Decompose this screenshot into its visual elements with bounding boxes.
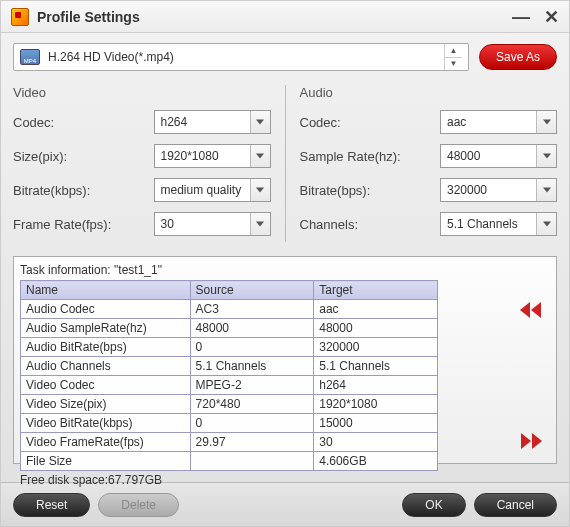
table-cell: 4.606GB xyxy=(314,452,438,471)
audio-bitrate-select[interactable]: 320000 xyxy=(440,178,557,202)
table-row[interactable]: Audio BitRate(bps)0320000 xyxy=(21,338,438,357)
audio-bitrate-label: Bitrate(bps): xyxy=(300,183,441,198)
free-disk-space: Free disk space:67.797GB xyxy=(20,473,550,487)
table-cell: 30 xyxy=(314,433,438,452)
table-row[interactable]: File Size4.606GB xyxy=(21,452,438,471)
task-table: Name Source Target Audio CodecAC3aacAudi… xyxy=(20,280,438,471)
table-cell: Audio Codec xyxy=(21,300,191,319)
table-row[interactable]: Video Size(pix)720*4801920*1080 xyxy=(21,395,438,414)
audio-channels-label: Channels: xyxy=(300,217,441,232)
table-cell: AC3 xyxy=(190,300,314,319)
app-icon xyxy=(11,8,29,26)
col-name: Name xyxy=(21,281,191,300)
table-cell: 0 xyxy=(190,338,314,357)
delete-button: Delete xyxy=(98,493,179,517)
video-codec-select[interactable]: h264 xyxy=(154,110,271,134)
chevron-down-icon xyxy=(250,111,270,133)
format-label: H.264 HD Video(*.mp4) xyxy=(48,50,174,64)
table-cell: 48000 xyxy=(190,319,314,338)
table-row[interactable]: Video CodecMPEG-2h264 xyxy=(21,376,438,395)
col-source: Source xyxy=(190,281,314,300)
chevron-down-icon xyxy=(536,111,556,133)
table-cell: 0 xyxy=(190,414,314,433)
chevron-down-icon xyxy=(250,213,270,235)
table-cell: MPEG-2 xyxy=(190,376,314,395)
table-cell: Video FrameRate(fps) xyxy=(21,433,191,452)
footer: Reset Delete OK Cancel xyxy=(1,482,569,526)
table-cell: 29.97 xyxy=(190,433,314,452)
ok-button[interactable]: OK xyxy=(402,493,465,517)
chevron-down-icon xyxy=(250,179,270,201)
video-size-select[interactable]: 1920*1080 xyxy=(154,144,271,168)
video-framerate-select[interactable]: 30 xyxy=(154,212,271,236)
task-info-panel: Task information: "test1_1" Name Source … xyxy=(13,256,557,464)
close-button[interactable]: ✕ xyxy=(544,8,559,26)
chevron-down-icon xyxy=(536,145,556,167)
video-bitrate-select[interactable]: medium quality xyxy=(154,178,271,202)
video-codec-label: Codec: xyxy=(13,115,154,130)
next-task-button[interactable] xyxy=(518,431,544,451)
table-cell: h264 xyxy=(314,376,438,395)
audio-channels-select[interactable]: 5.1 Channels xyxy=(440,212,557,236)
audio-codec-label: Codec: xyxy=(300,115,441,130)
table-row[interactable]: Video FrameRate(fps)29.9730 xyxy=(21,433,438,452)
rewind-icon xyxy=(520,302,542,318)
video-framerate-label: Frame Rate(fps): xyxy=(13,217,154,232)
table-cell: Audio Channels xyxy=(21,357,191,376)
table-cell: File Size xyxy=(21,452,191,471)
minimize-button[interactable]: — xyxy=(512,8,530,26)
titlebar: Profile Settings — ✕ xyxy=(1,1,569,33)
table-cell: 5.1 Channels xyxy=(190,357,314,376)
col-target: Target xyxy=(314,281,438,300)
audio-samplerate-label: Sample Rate(hz): xyxy=(300,149,441,164)
table-cell: 320000 xyxy=(314,338,438,357)
table-row[interactable]: Audio SampleRate(hz)4800048000 xyxy=(21,319,438,338)
cancel-button[interactable]: Cancel xyxy=(474,493,557,517)
panel-divider xyxy=(285,85,286,242)
table-cell: Video BitRate(kbps) xyxy=(21,414,191,433)
save-as-button[interactable]: Save As xyxy=(479,44,557,70)
table-cell: 48000 xyxy=(314,319,438,338)
chevron-down-icon xyxy=(536,213,556,235)
format-select[interactable]: MP4 H.264 HD Video(*.mp4) ▲ ▼ xyxy=(13,43,469,71)
table-row[interactable]: Audio CodecAC3aac xyxy=(21,300,438,319)
table-cell: Audio SampleRate(hz) xyxy=(21,319,191,338)
chevron-down-icon xyxy=(536,179,556,201)
table-cell xyxy=(190,452,314,471)
video-bitrate-label: Bitrate(kbps): xyxy=(13,183,154,198)
spinner-up-icon[interactable]: ▲ xyxy=(445,44,462,58)
format-spinner[interactable]: ▲ ▼ xyxy=(444,44,462,70)
format-icon: MP4 xyxy=(20,49,40,65)
prev-task-button[interactable] xyxy=(518,300,544,320)
table-cell: 5.1 Channels xyxy=(314,357,438,376)
table-cell: Video Size(pix) xyxy=(21,395,191,414)
video-size-label: Size(pix): xyxy=(13,149,154,164)
table-row[interactable]: Video BitRate(kbps)015000 xyxy=(21,414,438,433)
table-cell: Audio BitRate(bps) xyxy=(21,338,191,357)
chevron-down-icon xyxy=(250,145,270,167)
window-title: Profile Settings xyxy=(37,9,512,25)
table-cell: Video Codec xyxy=(21,376,191,395)
audio-heading: Audio xyxy=(300,85,558,100)
task-title: Task information: "test1_1" xyxy=(20,263,550,277)
table-cell: 720*480 xyxy=(190,395,314,414)
table-cell: aac xyxy=(314,300,438,319)
table-row[interactable]: Audio Channels5.1 Channels5.1 Channels xyxy=(21,357,438,376)
table-cell: 1920*1080 xyxy=(314,395,438,414)
profile-settings-window: Profile Settings — ✕ MP4 H.264 HD Video(… xyxy=(0,0,570,527)
reset-button[interactable]: Reset xyxy=(13,493,90,517)
table-cell: 15000 xyxy=(314,414,438,433)
spinner-down-icon[interactable]: ▼ xyxy=(445,58,462,71)
forward-icon xyxy=(520,433,542,449)
audio-panel: Audio Codec: aac Sample Rate(hz): 48000 xyxy=(300,81,558,246)
audio-codec-select[interactable]: aac xyxy=(440,110,557,134)
video-heading: Video xyxy=(13,85,271,100)
audio-samplerate-select[interactable]: 48000 xyxy=(440,144,557,168)
video-panel: Video Codec: h264 Size(pix): 1920*1080 xyxy=(13,81,271,246)
